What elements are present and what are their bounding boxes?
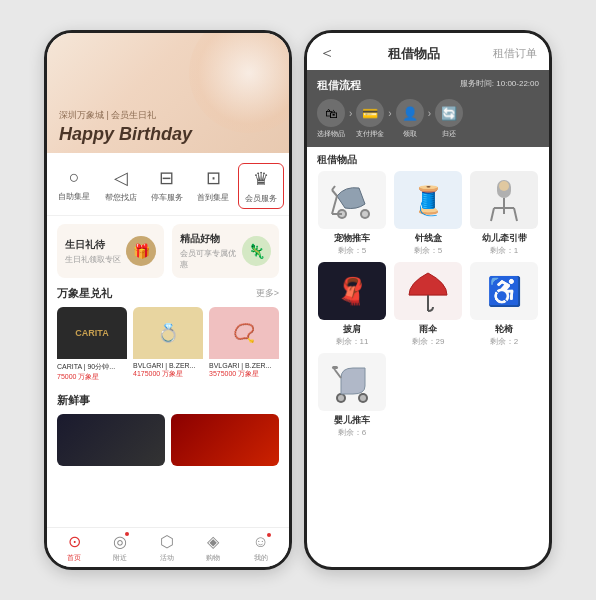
item-baby-stroller[interactable]: 婴儿推车 剩余：6 [317, 353, 387, 438]
first-star-icon: ⊡ [206, 167, 221, 189]
nav-profile[interactable]: ☺ 我的 [252, 533, 268, 563]
news-header: 新鲜事 [57, 393, 279, 408]
wheelchair-img: ♿ [470, 262, 538, 320]
sewing-kit-name: 针线盒 [415, 232, 442, 245]
auto-star-icon: ○ [69, 167, 80, 188]
baby-stroller-remain: 剩余：6 [338, 427, 366, 438]
shop-icon: ◈ [207, 532, 219, 551]
activity-icon: ⬡ [160, 532, 174, 551]
find-store-icon: ◁ [114, 167, 128, 189]
product-carita[interactable]: CARITA CARITA | 90分钟... 75000 万象星 [57, 307, 127, 385]
icon-find-store[interactable]: ◁ 帮您找店 [99, 163, 143, 209]
step-return-label: 归还 [442, 129, 456, 139]
bvlgari2-img: 📿 [209, 307, 279, 359]
pet-stroller-name: 宠物推车 [334, 232, 370, 245]
step-select-label: 选择物品 [317, 129, 345, 139]
news-section: 新鲜事 [47, 391, 289, 472]
step-pickup-icon: 👤 [396, 99, 424, 127]
items-section-label: 租借物品 [307, 147, 549, 171]
product-bvlgari2[interactable]: 📿 BVLGARI | B.ZER... 3575000 万象星 [209, 307, 279, 385]
birthday-card[interactable]: 生日礼待 生日礼领取专区 🎁 [57, 224, 164, 278]
nav-shop[interactable]: ◈ 购物 [206, 532, 220, 563]
step-pickup: 👤 领取 [396, 99, 424, 139]
process-steps: 🛍 选择物品 › 💳 支付押金 › 👤 领取 › 🔄 归还 [317, 99, 539, 139]
back-button[interactable]: ＜ [319, 43, 335, 64]
products-row: CARITA CARITA | 90分钟... 75000 万象星 💍 BVLG… [57, 307, 279, 385]
sewing-kit-remain: 剩余：5 [414, 245, 442, 256]
arrow-2: › [388, 108, 391, 119]
item-wheelchair[interactable]: ♿ 轮椅 剩余：2 [469, 262, 539, 347]
exchange-header: 万象星兑礼 更多> [57, 286, 279, 301]
order-tab[interactable]: 租借订单 [493, 46, 537, 61]
step-return: 🔄 归还 [435, 99, 463, 139]
member-service-icon: ♛ [253, 168, 269, 190]
bvlgari1-brand: BVLGARI | B.ZER... [133, 362, 203, 369]
promo-section: 生日礼待 生日礼领取专区 🎁 精品好物 会员可享专属优惠 🦎 [47, 216, 289, 284]
product-bvlgari1[interactable]: 💍 BVLGARI | B.ZER... 4175000 万象星 [133, 307, 203, 385]
item-pet-stroller[interactable]: 宠物推车 剩余：5 [317, 171, 387, 256]
birthday-icon: 🎁 [126, 236, 156, 266]
step-pay-icon: 💳 [356, 99, 384, 127]
exchange-section: 万象星兑礼 更多> CARITA CARITA | 90分钟... 75000 … [47, 284, 289, 391]
parking-icon: ⊟ [159, 167, 174, 189]
svg-line-7 [332, 186, 335, 190]
process-bar: 租借流程 服务时间: 10:00-22:00 🛍 选择物品 › 💳 支付押金 ›… [307, 70, 549, 147]
step-pay: 💳 支付押金 [356, 99, 384, 139]
news-title: 新鲜事 [57, 393, 90, 408]
icon-member-service[interactable]: ♛ 会员服务 [238, 163, 284, 209]
icon-parking[interactable]: ⊟ 停车服务 [145, 163, 189, 209]
baby-leash-remain: 剩余：1 [490, 245, 518, 256]
icon-auto-star[interactable]: ○ 自助集星 [52, 163, 96, 209]
wheelchair-remain: 剩余：2 [490, 336, 518, 347]
item-shawl[interactable]: 🧣 披肩 剩余：11 [317, 262, 387, 347]
carita-price: 75000 万象星 [57, 372, 127, 382]
svg-line-20 [335, 370, 341, 378]
baby-stroller-name: 婴儿推车 [334, 414, 370, 427]
page-title: 租借物品 [388, 45, 440, 63]
step-return-icon: 🔄 [435, 99, 463, 127]
item-baby-leash[interactable]: 幼儿牵引带 剩余：1 [469, 171, 539, 256]
arrow-1: › [349, 108, 352, 119]
carita-brand: CARITA | 90分钟... [57, 362, 127, 372]
news-row [57, 414, 279, 466]
news-card-1[interactable] [57, 414, 165, 466]
baby-leash-img [470, 171, 538, 229]
news-card-2[interactable] [171, 414, 279, 466]
nav-home[interactable]: ⊙ 首页 [67, 532, 81, 563]
svg-point-19 [360, 395, 366, 401]
wheelchair-name: 轮椅 [495, 323, 513, 336]
parking-label: 停车服务 [151, 192, 183, 203]
svg-point-9 [499, 181, 509, 191]
shawl-img: 🧣 [318, 262, 386, 320]
nav-nearby-label: 附近 [113, 553, 127, 563]
nav-profile-label: 我的 [254, 553, 268, 563]
svg-line-13 [514, 208, 517, 221]
svg-line-6 [332, 190, 337, 196]
item-umbrella[interactable]: 雨伞 剩余：29 [393, 262, 463, 347]
nav-activity-label: 活动 [160, 553, 174, 563]
first-star-label: 首到集星 [197, 192, 229, 203]
auto-star-label: 自助集星 [58, 191, 90, 202]
bvlgari2-price: 3575000 万象星 [209, 369, 279, 379]
nearby-dot [125, 532, 129, 536]
exchange-title: 万象星兑礼 [57, 286, 112, 301]
nav-activity[interactable]: ⬡ 活动 [160, 532, 174, 563]
goods-subtitle: 会员可享专属优惠 [180, 248, 242, 270]
bottom-nav: ⊙ 首页 ◎ 附近 ⬡ 活动 ◈ 购物 ☺ 我的 [47, 527, 289, 567]
nav-nearby[interactable]: ◎ 附近 [113, 532, 127, 563]
bvlgari1-img: 💍 [133, 307, 203, 359]
home-icon: ⊙ [68, 532, 81, 551]
shawl-name: 披肩 [343, 323, 361, 336]
svg-point-3 [362, 211, 368, 217]
svg-rect-22 [332, 366, 338, 369]
exchange-more[interactable]: 更多> [256, 287, 279, 300]
svg-line-12 [491, 208, 494, 221]
goods-card[interactable]: 精品好物 会员可享专属优惠 🦎 [172, 224, 279, 278]
birthday-subtitle: 生日礼领取专区 [65, 254, 121, 265]
sewing-kit-img: 🧵 [394, 171, 462, 229]
step-pickup-label: 领取 [403, 129, 417, 139]
hero-title: Happy Birthday [59, 124, 277, 145]
promo-row: 生日礼待 生日礼领取专区 🎁 精品好物 会员可享专属优惠 🦎 [57, 224, 279, 278]
icon-first-star[interactable]: ⊡ 首到集星 [191, 163, 235, 209]
item-sewing-kit[interactable]: 🧵 针线盒 剩余：5 [393, 171, 463, 256]
